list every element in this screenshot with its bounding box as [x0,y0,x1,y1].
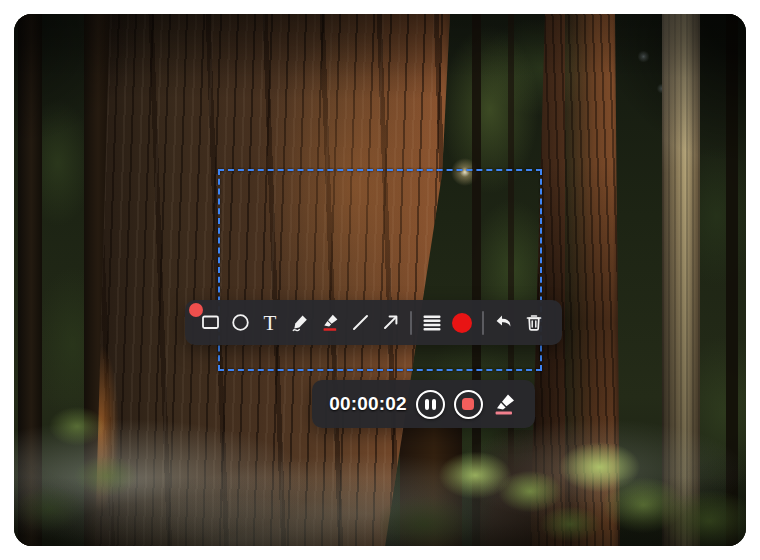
line-tool-button[interactable] [350,312,370,334]
toolbar-divider [410,311,412,335]
trash-icon [525,313,543,332]
recording-timer: 00:00:02 [329,393,407,415]
ellipse-tool-button[interactable] [230,312,250,334]
background-tree-trunk [726,14,738,546]
line-weight-button[interactable] [422,312,442,334]
pause-icon [425,399,429,410]
red-color-swatch[interactable] [452,313,472,333]
undo-icon [494,313,514,332]
pause-button[interactable] [416,390,445,419]
background-tree-trunk [18,14,42,546]
highlighter-icon [321,313,340,332]
pen-icon [291,313,310,332]
tree-silhouette [480,430,610,546]
highlighter-tool-button[interactable] [320,312,340,334]
text-icon: T [264,313,277,333]
pale-fir-trunk [662,14,700,546]
marker-icon [492,392,517,417]
recording-control-bar: 00:00:02 [312,380,535,428]
screenshot-frame: T [14,14,746,546]
ellipse-icon [231,313,250,332]
delete-annotations-button[interactable] [524,312,544,334]
stop-icon [462,398,474,410]
toolbar-divider [482,311,484,335]
rectangle-tool-button[interactable] [200,312,220,334]
line-icon [351,313,370,332]
undo-button[interactable] [494,312,514,334]
annotation-toolbar: T [185,300,562,345]
background-tree-trunk [84,14,112,546]
line-weight-icon [423,314,441,332]
annotate-toggle-button[interactable] [492,391,518,417]
rectangle-icon [201,313,220,332]
ferns [14,400,154,546]
arrow-tool-button[interactable] [380,312,400,334]
recording-indicator-dot [189,303,203,317]
arrow-icon [381,313,400,332]
tree-silhouette [400,414,462,546]
pen-tool-button[interactable] [290,312,310,334]
text-tool-button[interactable]: T [260,312,280,334]
stop-button[interactable] [454,390,483,419]
